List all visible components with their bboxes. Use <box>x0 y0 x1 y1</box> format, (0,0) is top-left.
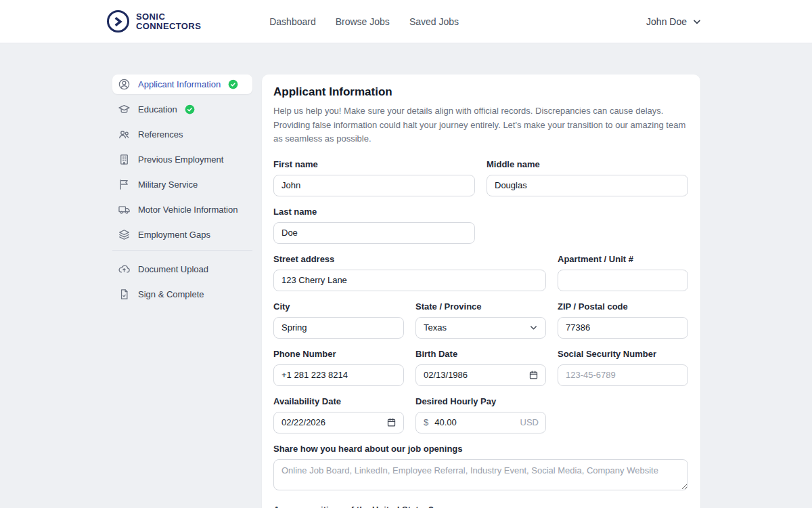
sidebar-item-label: Military Service <box>138 179 198 190</box>
user-menu[interactable]: John Doe <box>646 16 702 27</box>
nav-link-browse-jobs[interactable]: Browse Jobs <box>336 16 390 27</box>
building-icon <box>118 153 131 166</box>
availability-date-value: 02/22/2026 <box>281 417 386 427</box>
calendar-icon[interactable] <box>528 370 539 380</box>
user-circle-icon <box>118 78 131 91</box>
street-address-field[interactable] <box>273 270 546 291</box>
street-address-label: Street address <box>273 254 546 264</box>
first-name-field[interactable] <box>273 175 475 196</box>
sidebar-item-applicant-information[interactable]: Applicant Information <box>112 75 252 94</box>
state-selected-value: Texas <box>424 322 528 333</box>
brand-logo[interactable]: SONIC CONNECTORS <box>107 10 201 33</box>
referral-label: Share how you heard about our job openin… <box>273 444 688 454</box>
flag-icon <box>118 178 131 191</box>
graduation-cap-icon <box>118 103 131 116</box>
state-label: State / Province <box>415 301 546 312</box>
currency-suffix: USD <box>520 417 539 427</box>
referral-field[interactable] <box>273 459 688 490</box>
applicant-information-panel: Applicant Information Help us help you! … <box>262 75 700 508</box>
availability-date-group: Availability Date 02/22/2026 <box>273 396 404 433</box>
page-content: Applicant Information Education <box>0 43 812 508</box>
phone-field[interactable] <box>273 364 404 386</box>
sidebar-divider <box>112 250 252 251</box>
sonic-logo-icon <box>107 10 129 33</box>
state-group: State / Province Texas <box>415 301 546 339</box>
calendar-icon[interactable] <box>386 417 397 427</box>
ssn-field[interactable] <box>558 364 688 386</box>
page-title: Applicant Information <box>273 85 688 99</box>
last-name-field[interactable] <box>273 222 475 244</box>
zip-group: ZIP / Postal code <box>558 301 688 339</box>
layers-icon <box>118 228 131 241</box>
nav-link-dashboard[interactable]: Dashboard <box>269 16 316 27</box>
last-name-label: Last name <box>273 207 475 217</box>
phone-label: Phone Number <box>273 349 404 359</box>
sidebar-item-sign-complete[interactable]: Sign & Complete <box>112 284 252 304</box>
street-address-group: Street address <box>273 254 546 291</box>
users-icon <box>118 128 131 141</box>
chevron-down-icon <box>692 16 702 27</box>
ssn-group: Social Security Number <box>558 349 688 386</box>
sidebar-item-label: Sign & Complete <box>138 289 204 299</box>
phone-group: Phone Number <box>273 349 404 386</box>
middle-name-field[interactable] <box>487 175 688 196</box>
citizen-question-label: Are you a citizen of the United States? <box>273 505 688 508</box>
sidebar-item-label: Motor Vehicle Information <box>138 205 238 215</box>
zip-label: ZIP / Postal code <box>558 301 688 312</box>
apartment-label: Apartment / Unit # <box>558 254 688 264</box>
sidebar-item-label: Document Upload <box>138 264 208 274</box>
apartment-group: Apartment / Unit # <box>558 254 688 291</box>
sidebar-item-label: Employment Gaps <box>138 230 210 240</box>
birth-date-label: Birth Date <box>415 349 546 359</box>
sidebar-item-motor-vehicle-information[interactable]: Motor Vehicle Information <box>112 200 252 219</box>
nav-link-saved-jobs[interactable]: Saved Jobs <box>409 16 459 27</box>
sidebar-item-label: References <box>138 129 183 140</box>
birth-date-field[interactable]: 02/13/1986 <box>415 364 546 386</box>
sidebar-item-education[interactable]: Education <box>112 100 252 119</box>
sidebar-item-previous-employment[interactable]: Previous Employment <box>112 150 252 169</box>
sidebar-item-label: Education <box>138 104 177 114</box>
hourly-pay-value: 40.00 <box>434 417 520 427</box>
chevron-down-icon <box>528 322 539 333</box>
last-name-group: Last name <box>273 207 475 244</box>
first-name-label: First name <box>273 159 475 169</box>
ssn-label: Social Security Number <box>558 349 688 359</box>
truck-icon <box>118 203 131 216</box>
first-name-group: First name <box>273 159 475 196</box>
zip-field[interactable] <box>558 317 688 339</box>
sidebar-item-employment-gaps[interactable]: Employment Gaps <box>112 225 252 245</box>
middle-name-label: Middle name <box>487 159 688 169</box>
check-circle-icon <box>185 104 195 114</box>
sidebar-item-references[interactable]: References <box>112 125 252 144</box>
steps-sidebar: Applicant Information Education <box>112 75 252 310</box>
city-field[interactable] <box>273 317 404 339</box>
user-name: John Doe <box>646 16 687 27</box>
city-group: City <box>273 301 404 339</box>
sidebar-item-label: Applicant Information <box>138 79 221 89</box>
apartment-field[interactable] <box>558 270 688 291</box>
state-select[interactable]: Texas <box>415 317 546 339</box>
birth-date-group: Birth Date 02/13/1986 <box>415 349 546 386</box>
citizen-question-group: Are you a citizen of the United States? … <box>273 505 688 508</box>
city-label: City <box>273 301 404 312</box>
birth-date-value: 02/13/1986 <box>424 370 528 380</box>
referral-group: Share how you heard about our job openin… <box>273 444 688 490</box>
sidebar-item-military-service[interactable]: Military Service <box>112 175 252 194</box>
sidebar-item-document-upload[interactable]: Document Upload <box>112 259 252 279</box>
hourly-pay-field[interactable]: $ 40.00 USD <box>415 412 546 433</box>
primary-nav: Dashboard Browse Jobs Saved Jobs <box>269 16 459 27</box>
availability-date-label: Availability Date <box>273 396 404 406</box>
middle-name-group: Middle name <box>487 159 688 196</box>
check-circle-icon <box>228 79 238 89</box>
availability-date-field[interactable]: 02/22/2026 <box>273 412 404 433</box>
hourly-pay-group: Desired Hourly Pay $ 40.00 USD <box>415 396 546 433</box>
top-navbar: SONIC CONNECTORS Dashboard Browse Jobs S… <box>0 0 812 43</box>
hourly-pay-label: Desired Hourly Pay <box>415 396 546 406</box>
page-description: Help us help you! Make sure your details… <box>273 104 688 146</box>
brand-name: SONIC CONNECTORS <box>136 12 201 31</box>
cloud-upload-icon <box>118 263 131 276</box>
sidebar-item-label: Previous Employment <box>138 154 223 165</box>
currency-prefix: $ <box>424 417 428 427</box>
document-check-icon <box>118 288 131 301</box>
